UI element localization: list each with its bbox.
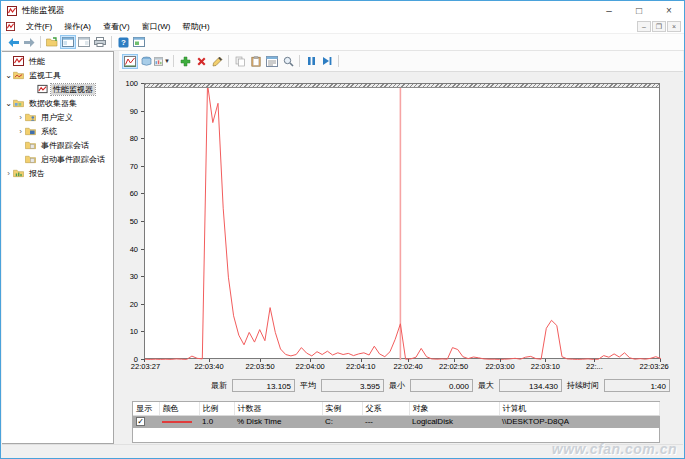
- show-checkbox[interactable]: ✓: [136, 417, 145, 426]
- minimum-label: 最小: [389, 380, 405, 391]
- mdi-restore-button[interactable]: ❐: [652, 21, 666, 32]
- col-computer[interactable]: 计算机: [499, 402, 659, 415]
- svg-text:?: ?: [121, 38, 126, 47]
- perfmon-icon: [13, 56, 24, 66]
- menu-file[interactable]: 文件(F): [20, 20, 58, 33]
- chevron-right-icon[interactable]: ›: [4, 169, 13, 178]
- perf-line-svg: [145, 84, 661, 360]
- x-tick-label: 22:03:27: [131, 362, 160, 371]
- navigation-toolbar: ?: [1, 34, 684, 51]
- y-tick-label: 40: [130, 244, 138, 253]
- forward-button[interactable]: [21, 35, 37, 49]
- counter-color-swatch: [162, 421, 192, 423]
- tree-item-reports[interactable]: › 报告: [2, 166, 113, 180]
- tree-item-performance[interactable]: 性能: [2, 54, 113, 68]
- col-object[interactable]: 对象: [409, 402, 499, 415]
- col-counter[interactable]: 计数器: [234, 402, 322, 415]
- tree-item-event-trace-sessions[interactable]: 事件跟踪会话: [2, 138, 113, 152]
- x-tick-label: 22:...: [586, 362, 603, 371]
- duration-value: 1:40: [604, 379, 670, 392]
- console-icon: [6, 22, 15, 31]
- properties-button[interactable]: [264, 54, 280, 69]
- show-console-tree-button[interactable]: [60, 35, 76, 49]
- freeze-display-button[interactable]: [303, 54, 319, 69]
- duration-label: 持续时间: [567, 380, 599, 391]
- show-action-pane-button[interactable]: [76, 35, 92, 49]
- counter-table-header-row: 显示 颜色 比例 计数器 实例 父系 对象 计算机: [133, 402, 659, 415]
- maximum-value: 134.430: [499, 379, 562, 392]
- counter-row-disk-time[interactable]: ✓ 1.0 % Disk Time C: --- LogicalDisk \\D…: [133, 415, 659, 428]
- x-tick-label: 22:04:00: [296, 362, 325, 371]
- view-current-activity-button[interactable]: [122, 54, 138, 69]
- menu-view[interactable]: 查看(V): [97, 20, 136, 33]
- tree-item-startup-event-trace-sessions[interactable]: 启动事件跟踪会话: [2, 152, 113, 166]
- tree-item-label: 启动事件跟踪会话: [39, 154, 107, 165]
- mdi-minimize-button[interactable]: –: [637, 21, 651, 32]
- copy-properties-button[interactable]: [232, 54, 248, 69]
- delete-counter-button[interactable]: [193, 54, 209, 69]
- tree-item-monitoring-tools[interactable]: ⌄ 监视工具: [2, 68, 113, 82]
- col-parent[interactable]: 父系: [362, 402, 409, 415]
- toolbar-separator: [173, 55, 174, 67]
- tree-item-user-defined[interactable]: › 用户定义: [2, 110, 113, 124]
- y-tick-label: 90: [130, 106, 138, 115]
- tree-item-data-collector-sets[interactable]: ⌄ 数据收集器集: [2, 96, 113, 110]
- highlight-button[interactable]: [209, 54, 225, 69]
- y-tick-label: 100: [125, 79, 138, 88]
- chevron-down-icon[interactable]: ⌄: [4, 99, 13, 108]
- toolbar-separator: [299, 55, 300, 67]
- export-list-icon[interactable]: [44, 35, 60, 49]
- tree-item-label: 性能监视器: [51, 84, 95, 95]
- tree-item-system[interactable]: › 系统: [2, 124, 113, 138]
- col-scale[interactable]: 比例: [199, 402, 234, 415]
- help-icon[interactable]: ?: [115, 35, 131, 49]
- x-tick-label: 22:03:50: [245, 362, 274, 371]
- close-button[interactable]: ×: [654, 1, 684, 20]
- y-tick-label: 10: [130, 327, 138, 336]
- folder-report-icon: [13, 168, 24, 178]
- average-value: 3.595: [321, 379, 384, 392]
- tree-item-label: 事件跟踪会话: [39, 140, 91, 151]
- paste-counter-list-button[interactable]: [248, 54, 264, 69]
- y-tick-label: 50: [130, 217, 138, 226]
- add-counter-button[interactable]: [177, 54, 193, 69]
- tree-item-label: 用户定义: [39, 112, 75, 123]
- monitor-chart-icon: [37, 84, 48, 94]
- counter-table: 显示 颜色 比例 计数器 实例 父系 对象 计算机 ✓: [132, 401, 660, 443]
- toolbar-separator: [228, 55, 229, 67]
- main-area: 性能 ⌄ 监视工具 性能监视器 ⌄ 数据收集器集: [2, 51, 683, 444]
- col-instance[interactable]: 实例: [322, 402, 362, 415]
- mdi-close-button[interactable]: ×: [667, 21, 681, 32]
- x-tick-label: 22:03:00: [485, 362, 514, 371]
- zoom-button[interactable]: [280, 54, 296, 69]
- y-tick-label: 70: [130, 161, 138, 170]
- menu-action[interactable]: 操作(A): [58, 20, 97, 33]
- status-bar: www.cfan.com.cn: [2, 444, 683, 457]
- tree-item-label: 数据收集器集: [27, 98, 79, 109]
- menu-help[interactable]: 帮助(H): [176, 20, 215, 33]
- toolbar-separator: [111, 36, 112, 48]
- x-axis-labels: 22:03:2722:03:4022:03:5022:04:0022:04:10…: [144, 362, 660, 372]
- dropdown-caret-icon: ▼: [164, 58, 170, 64]
- chevron-right-icon[interactable]: ›: [16, 127, 25, 136]
- disk-time-series-line: [145, 84, 661, 359]
- chevron-down-icon[interactable]: ⌄: [4, 71, 13, 80]
- view-log-data-button[interactable]: [138, 54, 154, 69]
- col-show[interactable]: 显示: [133, 402, 159, 415]
- folder-system-icon: [25, 126, 36, 136]
- folder-user-icon: [25, 112, 36, 122]
- menu-window[interactable]: 窗口(W): [136, 20, 177, 33]
- maximize-button[interactable]: □: [624, 1, 654, 20]
- folder-chart-icon: [13, 70, 24, 80]
- col-color[interactable]: 颜色: [159, 402, 199, 415]
- chevron-right-icon[interactable]: ›: [16, 113, 25, 122]
- change-graph-type-button[interactable]: ▼: [154, 54, 170, 69]
- new-window-icon[interactable]: [131, 35, 147, 49]
- print-icon[interactable]: [92, 35, 108, 49]
- y-tick-label: 20: [130, 299, 138, 308]
- update-data-button[interactable]: [319, 54, 335, 69]
- tree-item-performance-monitor[interactable]: 性能监视器: [2, 82, 113, 96]
- minimize-button[interactable]: –: [594, 1, 624, 20]
- y-tick-label: 80: [130, 134, 138, 143]
- back-button[interactable]: [5, 35, 21, 49]
